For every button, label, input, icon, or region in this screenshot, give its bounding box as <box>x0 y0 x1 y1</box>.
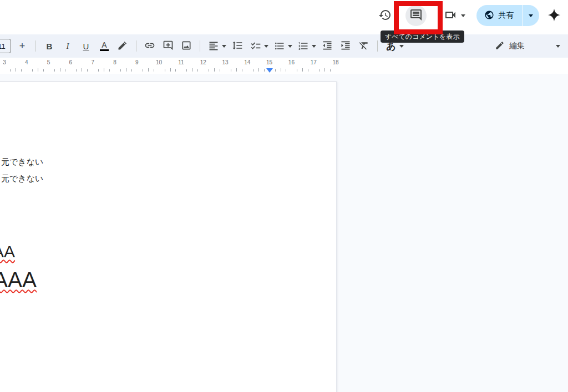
ruler-tick <box>186 69 187 72</box>
align-button[interactable] <box>206 39 226 53</box>
bulleted-list-button[interactable] <box>272 39 292 53</box>
editing-mode-label: 編集 <box>509 41 525 51</box>
ruler-number: 13 <box>222 59 228 65</box>
text-color-button[interactable]: A <box>97 39 111 53</box>
ruler-tick <box>302 68 303 72</box>
toolbar-divider <box>200 40 200 52</box>
add-comment-button[interactable] <box>161 39 175 53</box>
toolbar-divider <box>377 40 378 52</box>
ruler-tick <box>236 68 237 72</box>
ruler-tick <box>319 69 320 72</box>
ruler-tick <box>242 69 242 72</box>
chevron-down-icon <box>461 14 465 17</box>
ruler-tick <box>286 69 286 72</box>
version-history-icon <box>378 8 392 23</box>
document-text-line[interactable]: AA <box>0 242 15 262</box>
ruler-tick <box>214 68 215 72</box>
ruler-number: 8 <box>113 59 116 65</box>
chevron-down-icon <box>288 45 292 48</box>
ruler-tick <box>54 69 55 72</box>
bulleted-list-icon <box>272 39 287 53</box>
topbar-actions: 共有 <box>378 0 562 31</box>
toolbar-divider <box>36 40 36 52</box>
ruler-tick <box>253 69 253 72</box>
ruler-number: 10 <box>156 59 162 65</box>
insert-link-button[interactable] <box>143 39 157 53</box>
share-button[interactable]: 共有 <box>476 5 522 26</box>
clear-formatting-button[interactable] <box>357 39 371 53</box>
toolbar-divider <box>136 40 136 52</box>
show-comments-button[interactable] <box>405 5 427 26</box>
google-docs-window: 共有 すべてのコメントを表示 11 + B I U <box>0 0 568 392</box>
numbered-list-icon <box>296 39 311 53</box>
checklist-button[interactable] <box>248 39 268 53</box>
line-spacing-button[interactable] <box>230 39 245 53</box>
document-text-line[interactable]: 元できない <box>1 173 43 184</box>
ruler-number: 9 <box>135 59 139 65</box>
document-canvas: 元できない 元できない AA AAA <box>0 74 568 392</box>
increase-font-size-button[interactable]: + <box>15 39 29 53</box>
ruler-tick <box>43 69 44 72</box>
formatting-toolbar: 11 + B I U A <box>0 34 568 58</box>
ruler-tick <box>275 69 276 72</box>
video-call-menu-button[interactable] <box>458 8 465 23</box>
ruler-tick <box>154 69 154 72</box>
ruler-number: 14 <box>244 59 250 65</box>
insert-image-button[interactable] <box>179 39 194 53</box>
ruler-number: 6 <box>69 59 73 65</box>
gemini-button[interactable] <box>546 8 562 23</box>
ruler-tick <box>21 69 22 72</box>
clear-formatting-icon <box>358 40 369 53</box>
ruler-tick <box>197 69 198 72</box>
share-menu-button[interactable] <box>523 5 539 26</box>
bold-button[interactable]: B <box>42 39 57 53</box>
decrease-indent-button[interactable] <box>320 39 334 53</box>
italic-button[interactable]: I <box>60 39 75 53</box>
chevron-down-icon <box>556 45 560 48</box>
bold-icon: B <box>47 42 53 51</box>
increase-font-icon: + <box>19 40 26 52</box>
document-text-line[interactable]: AAA <box>0 267 37 293</box>
increase-indent-button[interactable] <box>338 39 353 53</box>
chevron-down-icon <box>264 45 268 48</box>
tooltip: すべてのコメントを表示 <box>381 30 464 43</box>
ruler-tick <box>170 68 171 72</box>
numbered-list-button[interactable] <box>296 39 316 53</box>
top-bar: 共有 <box>0 0 568 34</box>
ruler-tick <box>297 69 297 72</box>
ruler-tick <box>60 68 60 72</box>
ruler-indent-marker[interactable] <box>266 68 273 73</box>
ruler-scale[interactable]: 3456789101112131415161718 <box>0 58 568 74</box>
ruler-tick <box>109 69 110 72</box>
gemini-sparkle-icon <box>547 8 561 24</box>
ruler-number: 17 <box>311 59 317 65</box>
decrease-indent-icon <box>322 40 333 53</box>
font-size-input[interactable]: 11 <box>0 39 11 53</box>
ruler-tick <box>281 68 281 72</box>
ruler-tick <box>324 68 325 72</box>
text-color-icon: A <box>102 41 106 49</box>
video-call-button[interactable] <box>443 8 458 23</box>
ruler-tick <box>308 69 308 72</box>
chevron-down-icon <box>312 45 316 48</box>
editing-mode-selector[interactable]: 編集 <box>495 40 560 52</box>
ruler-tick <box>175 69 176 72</box>
share-button-label: 共有 <box>499 11 514 21</box>
ruler-tick <box>10 69 11 72</box>
ruler-tick <box>82 68 82 72</box>
checklist-icon <box>248 39 263 53</box>
ruler-tick <box>126 68 126 72</box>
ruler-tick <box>231 69 231 72</box>
document-page[interactable]: 元できない 元できない AA AAA <box>0 82 337 392</box>
highlighter-icon <box>117 40 128 53</box>
underline-button[interactable]: U <box>79 39 93 53</box>
version-history-button[interactable] <box>378 8 392 23</box>
ruler-tick <box>148 68 149 72</box>
ruler-tick <box>143 69 143 72</box>
document-text-line[interactable]: 元できない <box>1 156 43 167</box>
underline-icon: U <box>83 42 89 51</box>
ruler-number: 4 <box>25 59 28 65</box>
highlighter-button[interactable] <box>115 39 130 53</box>
ruler-number: 12 <box>200 59 206 65</box>
ruler-tick <box>38 68 38 72</box>
